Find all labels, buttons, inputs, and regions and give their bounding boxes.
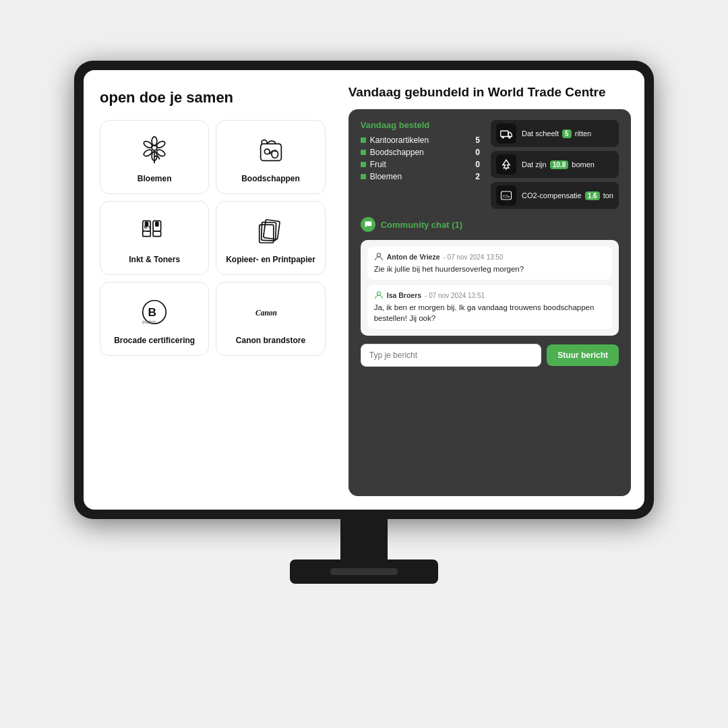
order-count: 5 bbox=[475, 135, 480, 145]
badge-bomen: 10.8 bbox=[550, 160, 568, 169]
svg-text:Y: Y bbox=[148, 225, 151, 229]
msg-text-2: Ja, ik ben er morgen bij. Ik ga vandaag … bbox=[374, 302, 605, 324]
groceries-icon bbox=[253, 132, 289, 169]
stat-ritten: Dat scheelt 5 ritten bbox=[491, 120, 619, 147]
svg-point-34 bbox=[377, 292, 380, 295]
stat-text-co2: CO2-compensatie 1.6 ton bbox=[522, 191, 613, 200]
order-boodschappen: Boodschappen 0 bbox=[361, 148, 480, 157]
order-dot bbox=[361, 150, 366, 155]
chat-input-row: Stuur bericht bbox=[361, 344, 619, 367]
order-bloemen: Bloemen 2 bbox=[361, 172, 480, 181]
left-panel: open doe je samen bbox=[84, 70, 342, 510]
svg-text:M: M bbox=[144, 225, 148, 229]
page-title: open doe je samen bbox=[100, 89, 326, 107]
order-kantoorartikelen: Kantoorartikelen 5 bbox=[361, 135, 480, 145]
msg-time-1: - 07 nov 2024 13:50 bbox=[443, 253, 503, 261]
monitor-wrapper: open doe je samen bbox=[61, 61, 667, 667]
grid-item-bloemen[interactable]: Bloemen bbox=[100, 120, 209, 194]
stat-co2: CO₂ CO2-compensatie 1.6 ton bbox=[491, 182, 619, 209]
stat-text-ritten: Dat scheelt 5 ritten bbox=[522, 129, 591, 138]
chat-bubble-icon bbox=[361, 217, 375, 232]
order-list: Vandaag besteld Kantoorartikelen 5 Boods… bbox=[361, 120, 480, 209]
msg-text-1: Zie ik jullie bij het huurdersoverleg mo… bbox=[374, 264, 605, 274]
svg-point-28 bbox=[502, 137, 504, 138]
brocade-icon: B oration bbox=[136, 294, 173, 330]
svg-text:Canon: Canon bbox=[255, 309, 277, 317]
order-count: 0 bbox=[475, 160, 480, 169]
send-button[interactable]: Stuur bericht bbox=[547, 344, 619, 366]
svg-rect-16 bbox=[153, 231, 161, 237]
ink-toners-icon: M Y K bbox=[136, 213, 173, 249]
badge-ritten: 5 bbox=[562, 129, 572, 138]
vandaag-besteld-title: Vandaag besteld bbox=[361, 120, 480, 130]
grid-item-inkt-toners[interactable]: M Y K Inkt & Toners bbox=[100, 201, 209, 275]
order-name: Boodschappen bbox=[370, 148, 472, 157]
monitor-screen: open doe je samen bbox=[74, 61, 654, 519]
canon-logo: Canon bbox=[253, 294, 289, 330]
stats-list: Dat scheelt 5 ritten bbox=[491, 120, 619, 209]
brocade-label: Brocade certificering bbox=[114, 336, 195, 345]
inkt-toners-label: Inkt & Toners bbox=[129, 255, 180, 264]
svg-point-29 bbox=[509, 137, 510, 138]
info-card: Vandaag besteld Kantoorartikelen 5 Boods… bbox=[348, 109, 631, 496]
truck-icon-box bbox=[496, 123, 516, 144]
order-count: 2 bbox=[475, 172, 480, 181]
svg-text:CO₂: CO₂ bbox=[503, 194, 510, 198]
community-title: Community chat (1) bbox=[381, 220, 462, 230]
svg-text:B: B bbox=[148, 305, 156, 319]
grid-item-brocade[interactable]: B oration Brocade certificering bbox=[100, 282, 209, 356]
svg-text:oration: oration bbox=[142, 320, 156, 324]
screen-content: open doe je samen bbox=[84, 70, 644, 510]
order-dot bbox=[361, 174, 366, 179]
paper-label: Kopieer- en Printpapier bbox=[226, 255, 315, 264]
user-icon-1 bbox=[374, 252, 384, 262]
svg-rect-15 bbox=[156, 222, 158, 226]
svg-point-1 bbox=[152, 137, 157, 146]
stat-bomen: Dat zijn 10.8 bomen bbox=[491, 151, 619, 178]
right-panel: Vandaag gebundeld in World Trade Centre … bbox=[342, 70, 644, 510]
bloemen-label: Bloemen bbox=[138, 174, 172, 183]
paper-icon bbox=[253, 213, 289, 249]
chat-messages: Anton de Vrieze - 07 nov 2024 13:50 Zie … bbox=[361, 240, 619, 336]
community-header: Community chat (1) bbox=[361, 217, 619, 232]
stat-text-bomen: Dat zijn 10.8 bomen bbox=[522, 160, 595, 169]
flowers-icon bbox=[136, 132, 173, 169]
user-icon-2 bbox=[374, 291, 384, 300]
order-name: Kantoorartikelen bbox=[370, 135, 472, 145]
monitor-base bbox=[290, 559, 438, 584]
msg-time-2: - 07 nov 2024 13:51 bbox=[425, 292, 485, 299]
svg-rect-27 bbox=[501, 131, 508, 136]
msg-author-1: Anton de Vrieze bbox=[387, 253, 440, 261]
co2-icon-box: CO₂ bbox=[496, 185, 516, 206]
boodschappen-label: Boodschappen bbox=[241, 174, 300, 183]
grid-item-boodschappen[interactable]: Boodschappen bbox=[216, 120, 325, 194]
msg-author-2: Isa Broers bbox=[387, 291, 421, 299]
grid-item-canon[interactable]: Canon Canon brandstore bbox=[216, 282, 325, 356]
vandaag-section: Vandaag besteld Kantoorartikelen 5 Boods… bbox=[361, 120, 619, 209]
svg-point-9 bbox=[264, 149, 270, 154]
screen-inner: open doe je samen bbox=[84, 70, 644, 510]
chat-message-2: Isa Broers - 07 nov 2024 13:51 Ja, ik be… bbox=[367, 285, 612, 329]
chat-input[interactable] bbox=[361, 344, 542, 367]
badge-co2: 1.6 bbox=[585, 191, 600, 200]
order-dot bbox=[361, 162, 366, 167]
order-name: Fruit bbox=[370, 160, 472, 169]
order-name: Bloemen bbox=[370, 172, 472, 181]
grid-item-paper[interactable]: Kopieer- en Printpapier bbox=[216, 201, 325, 275]
order-count: 0 bbox=[475, 148, 480, 157]
monitor-neck bbox=[340, 519, 388, 559]
category-grid: Bloemen bbox=[100, 120, 326, 356]
right-title: Vandaag gebundeld in World Trade Centre bbox=[348, 85, 631, 100]
monitor-base-slot bbox=[330, 568, 398, 575]
msg-header-1: Anton de Vrieze - 07 nov 2024 13:50 bbox=[374, 252, 605, 262]
chat-message-1: Anton de Vrieze - 07 nov 2024 13:50 Zie … bbox=[367, 247, 612, 280]
svg-point-33 bbox=[377, 253, 380, 257]
tree-icon-box bbox=[496, 154, 516, 175]
order-dot bbox=[361, 138, 366, 143]
order-fruit: Fruit 0 bbox=[361, 160, 480, 169]
canon-label: Canon brandstore bbox=[236, 336, 305, 345]
msg-header-2: Isa Broers - 07 nov 2024 13:51 bbox=[374, 291, 605, 300]
